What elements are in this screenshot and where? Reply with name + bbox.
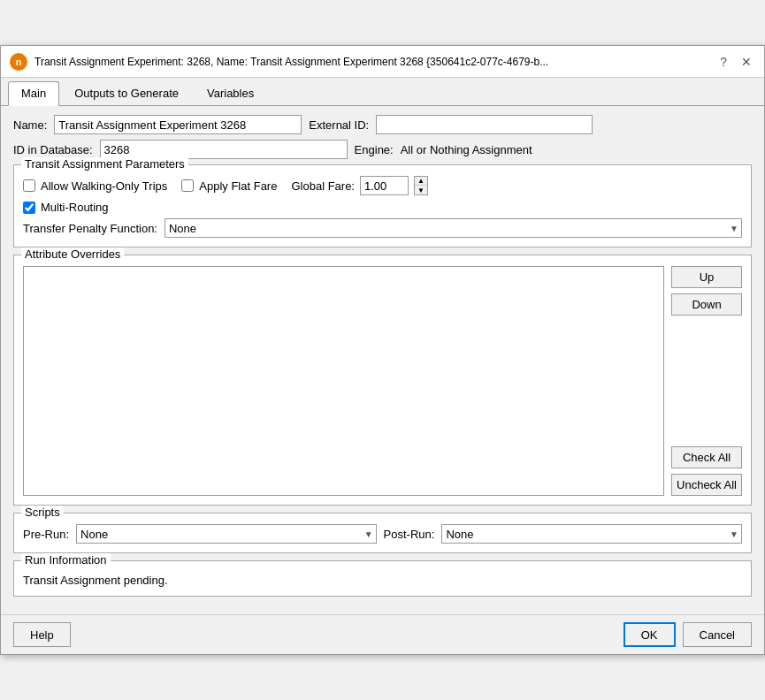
- external-id-input[interactable]: [376, 115, 593, 134]
- transit-params-inner: Allow Walking-Only Trips Apply Flat Fare…: [23, 176, 742, 238]
- fare-spinner[interactable]: ▲ ▼: [414, 176, 428, 195]
- run-info-text: Transit Assignment pending.: [23, 574, 742, 587]
- global-fare-label: Global Fare:: [291, 179, 355, 193]
- name-input[interactable]: [54, 115, 302, 134]
- tab-main[interactable]: Main: [8, 81, 59, 106]
- transfer-penalty-label: Transfer Penalty Function:: [23, 222, 157, 235]
- cancel-button[interactable]: Cancel: [683, 622, 752, 647]
- tab-bar: Main Outputs to Generate Variables: [1, 78, 764, 106]
- engine-label: Engine:: [355, 143, 394, 156]
- title-bar: n Transit Assignment Experiment: 3268, N…: [1, 46, 764, 78]
- tab-variables[interactable]: Variables: [194, 81, 267, 105]
- ok-cancel-buttons: OK Cancel: [623, 622, 752, 647]
- attribute-overrides-group: Attribute Overrides Up Down Check All Un…: [13, 255, 752, 506]
- transfer-penalty-select-wrapper: None ▼: [164, 218, 742, 238]
- allow-walking-row: Allow Walking-Only Trips: [23, 179, 167, 193]
- pre-run-select[interactable]: None: [76, 524, 377, 544]
- engine-value: All or Nothing Assignment: [401, 143, 532, 156]
- bottom-bar: Help OK Cancel: [1, 614, 764, 654]
- name-row: Name: External ID:: [13, 115, 752, 134]
- attribute-overrides-inner: Up Down Check All Uncheck All: [23, 266, 742, 496]
- down-button[interactable]: Down: [671, 293, 742, 316]
- id-label: ID in Database:: [13, 143, 93, 156]
- run-info-group: Run Information Transit Assignment pendi…: [13, 560, 752, 597]
- app-icon: n: [10, 53, 27, 71]
- help-button[interactable]: Help: [13, 622, 71, 647]
- global-fare-input[interactable]: [360, 176, 409, 195]
- spinner-down[interactable]: ▼: [415, 186, 427, 194]
- multi-routing-label: Multi-Routing: [41, 201, 109, 214]
- post-run-select-wrapper: None ▼: [441, 524, 742, 544]
- allow-walking-checkbox[interactable]: [23, 179, 35, 192]
- transit-params-group: Transit Assignment Parameters Allow Walk…: [13, 164, 752, 247]
- pre-run-label: Pre-Run:: [23, 528, 69, 541]
- multi-routing-checkbox[interactable]: [23, 202, 35, 214]
- window-title: Transit Assignment Experiment: 3268, Nam…: [34, 56, 548, 68]
- attribute-overrides-list[interactable]: [23, 266, 664, 496]
- title-bar-left: n Transit Assignment Experiment: 3268, N…: [10, 53, 716, 71]
- transfer-penalty-select[interactable]: None: [164, 218, 742, 238]
- attribute-overrides-buttons: Up Down Check All Uncheck All: [671, 266, 742, 496]
- scripts-title: Scripts: [21, 506, 64, 519]
- name-label: Name:: [13, 118, 47, 132]
- scripts-row: Pre-Run: None ▼ Post-Run: None ▼: [23, 524, 742, 544]
- main-content: Name: External ID: ID in Database: Engin…: [1, 106, 764, 614]
- scripts-group: Scripts Pre-Run: None ▼ Post-Run: None ▼: [13, 513, 752, 553]
- run-info-title: Run Information: [21, 553, 111, 567]
- up-button[interactable]: Up: [671, 266, 742, 288]
- transit-params-title: Transit Assignment Parameters: [21, 157, 188, 171]
- close-button[interactable]: ✕: [738, 54, 755, 70]
- fare-row: Allow Walking-Only Trips Apply Flat Fare…: [23, 176, 742, 195]
- help-icon-btn[interactable]: ?: [716, 54, 731, 70]
- transfer-penalty-row: Transfer Penalty Function: None ▼: [23, 218, 742, 238]
- apply-flat-fare-checkbox[interactable]: [181, 179, 194, 192]
- allow-walking-label: Allow Walking-Only Trips: [41, 179, 167, 193]
- apply-flat-fare-label: Apply Flat Fare: [199, 179, 277, 193]
- pre-run-select-wrapper: None ▼: [76, 524, 377, 544]
- apply-flat-fare-row: Apply Flat Fare: [181, 179, 277, 193]
- main-window: n Transit Assignment Experiment: 3268, N…: [0, 45, 765, 655]
- ok-button[interactable]: OK: [623, 622, 676, 647]
- id-input[interactable]: [100, 140, 348, 159]
- title-bar-controls: ? ✕: [716, 54, 755, 70]
- post-run-select[interactable]: None: [441, 524, 742, 544]
- post-run-label: Post-Run:: [384, 528, 435, 541]
- tab-outputs[interactable]: Outputs to Generate: [61, 81, 192, 105]
- uncheck-all-button[interactable]: Uncheck All: [671, 474, 742, 496]
- spinner-up[interactable]: ▲: [415, 177, 427, 186]
- check-all-button[interactable]: Check All: [671, 446, 742, 468]
- multi-routing-row: Multi-Routing: [23, 201, 742, 214]
- external-id-label: External ID:: [309, 118, 369, 132]
- attribute-overrides-title: Attribute Overrides: [21, 247, 124, 261]
- id-row: ID in Database: Engine: All or Nothing A…: [13, 140, 752, 159]
